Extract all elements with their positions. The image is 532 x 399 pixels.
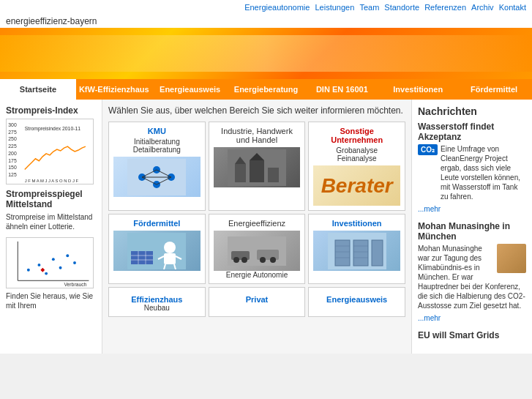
strompreisspiegel-title: Strompreisspiegel Mittelstand <box>6 189 96 209</box>
tile-effizienzhaus-sub: Neubau <box>113 304 201 312</box>
tile-foerdermittel-title: Fördermittel <box>113 219 201 228</box>
invest-svg <box>328 233 386 269</box>
center-intro: Wählen Sie aus, über welchen Bereich Sie… <box>108 105 405 116</box>
nav-kfw[interactable]: KfW-Effizienzhaus <box>76 79 152 100</box>
scatter-chart-svg: Verbrauch <box>7 238 93 288</box>
tile-energieeffizienz[interactable]: Energieeffizienz Energie Autonomie <box>209 214 306 284</box>
svg-text:275: 275 <box>8 130 17 135</box>
top-nav-standorte[interactable]: Standorte <box>384 3 419 12</box>
news-item-eu: EU will Smart Grids <box>418 330 526 340</box>
industry-svg <box>228 149 286 186</box>
svg-text:Strompreisindex 2010-11: Strompreisindex 2010-11 <box>25 126 80 132</box>
svg-text:125: 125 <box>8 172 17 177</box>
tile-effizienzhaus[interactable]: Effizienzhaus Neubau <box>108 287 206 317</box>
tile-foerdermittel[interactable]: Fördermittel <box>108 214 206 284</box>
svg-point-43 <box>164 242 176 253</box>
tile-kmu-sub2: Detailberatung <box>113 146 201 154</box>
beratung-text: Berater <box>321 174 393 198</box>
nav-energieausweis[interactable]: Energieausweis <box>152 79 228 100</box>
energie-svg <box>228 236 286 266</box>
center-content: Wählen Sie aus, über welchen Bereich Sie… <box>102 100 411 354</box>
svg-rect-32 <box>235 164 246 182</box>
svg-point-12 <box>27 269 30 272</box>
top-nav-team[interactable]: Team <box>359 3 379 12</box>
top-nav-energieautonomie[interactable]: Energieautonomie <box>244 3 310 12</box>
svg-text:300: 300 <box>8 122 17 127</box>
right-sidebar: Nachrichten Wasserstoff findet Akzeptanz… <box>411 100 532 354</box>
tile-kmu[interactable]: KMU Initialberatung Detailberatung <box>108 122 206 211</box>
svg-rect-44 <box>164 253 176 264</box>
tile-foerdermittel-image <box>113 231 201 271</box>
tile-privat[interactable]: Privat <box>209 287 306 317</box>
tile-energieeffizienz-sub: Energie Autonomie <box>214 271 301 279</box>
svg-rect-57 <box>335 240 350 266</box>
tile-energieeffizienz-title: Energieeffizienz <box>214 219 301 228</box>
finden-text: Finden Sie heraus, wie Sie mit Ihrem <box>6 291 96 310</box>
tile-industrie[interactable]: Industrie, Handwerk und Handel <box>209 122 306 211</box>
nav-foerdermittel[interactable]: Fördermittel <box>456 79 532 100</box>
svg-point-55 <box>270 257 276 263</box>
top-nav-referenzen[interactable]: Referenzen <box>424 3 466 12</box>
svg-point-16 <box>59 266 62 269</box>
scatter-chart: Verbrauch <box>6 237 94 288</box>
tile-sonstige[interactable]: Sonstige Unternehmen Grobanalyse Feinana… <box>308 122 405 211</box>
svg-point-17 <box>66 254 69 257</box>
tile-industrie-image <box>214 147 301 187</box>
tile-sonstige-sub1: Grobanalyse <box>313 146 400 154</box>
svg-text:200: 200 <box>8 151 17 156</box>
svg-rect-59 <box>372 240 383 266</box>
nachrichten-title: Nachrichten <box>418 105 526 117</box>
tile-sonstige-sub2: Feinanalyse <box>313 154 400 163</box>
tile-energieausweis[interactable]: Energieausweis <box>308 287 405 317</box>
news-wasserstoff-title: Wasserstoff findet Akzeptanz <box>418 122 526 142</box>
main-layout: Strompreis-Index 300 275 250 225 200 175… <box>0 100 532 354</box>
tile-effizienzhaus-title: Effizienzhaus <box>113 295 201 304</box>
svg-text:175: 175 <box>8 158 17 163</box>
tile-investitionen-title: Investitionen <box>313 219 400 228</box>
svg-point-14 <box>45 272 48 275</box>
top-nav-links: Energieautonomie Leistungen Team Standor… <box>241 3 526 12</box>
tile-privat-title: Privat <box>214 295 301 304</box>
news-item-mohan: Mohan Munasinghe in München Mohan Munasi… <box>418 221 526 323</box>
nav-investitionen[interactable]: Investitionen <box>380 79 456 100</box>
news-wasserstoff-more[interactable]: ...mehr <box>418 205 441 213</box>
main-navigation: Startseite KfW-Effizienzhaus Energieausw… <box>0 79 532 100</box>
svg-point-54 <box>260 257 266 263</box>
top-nav-archiv[interactable]: Archiv <box>471 3 494 12</box>
top-nav-leistungen[interactable]: Leistungen <box>315 3 355 12</box>
news-mohan-title: Mohan Munasinghe in München <box>418 221 526 242</box>
svg-text:225: 225 <box>8 143 17 149</box>
co2-badge: CO₂ <box>418 144 438 155</box>
top-navigation: Energieautonomie Leistungen Team Standor… <box>0 0 532 15</box>
kmu-network-svg <box>127 159 186 195</box>
left-sidebar: Strompreis-Index 300 275 250 225 200 175… <box>0 100 102 354</box>
tile-kmu-title: KMU <box>113 127 201 135</box>
svg-point-13 <box>37 264 40 266</box>
news-mohan-more[interactable]: ...mehr <box>418 314 441 322</box>
svg-text:250: 250 <box>8 136 17 141</box>
nav-din[interactable]: DIN EN 16001 <box>304 79 380 100</box>
svg-text:150: 150 <box>8 165 17 170</box>
nav-startseite[interactable]: Startseite <box>0 79 76 100</box>
news-item-wasserstoff: Wasserstoff findet Akzeptanz CO₂ Eine Um… <box>418 122 526 214</box>
svg-marker-19 <box>40 268 45 272</box>
nav-energieberatung[interactable]: Energieberatung <box>228 79 304 100</box>
svg-rect-53 <box>257 250 279 260</box>
mohan-avatar <box>497 244 526 273</box>
tile-investitionen[interactable]: Investitionen <box>308 214 405 284</box>
svg-rect-38 <box>131 251 153 264</box>
tile-sonstige-image: Berater <box>313 165 400 206</box>
news-eu-title: EU will Smart Grids <box>418 330 526 340</box>
tile-energieeffizienz-image <box>214 231 301 271</box>
svg-text:J F M A M J J A S O N D J F: J F M A M J J A S O N D J F <box>25 179 79 183</box>
hero-banner <box>0 28 532 79</box>
top-nav-kontakt[interactable]: Kontakt <box>499 3 526 12</box>
svg-point-52 <box>241 257 247 263</box>
svg-rect-33 <box>250 160 264 182</box>
svg-point-51 <box>233 257 239 263</box>
svg-point-18 <box>73 261 76 264</box>
tile-kmu-image <box>113 157 201 197</box>
tile-industrie-title: Industrie, Handwerk und Handel <box>214 127 301 144</box>
news-wasserstoff-body: Eine Umfrage von CleanEnergy Project erg… <box>441 144 526 201</box>
tile-kmu-sub1: Initialberatung <box>113 138 201 146</box>
